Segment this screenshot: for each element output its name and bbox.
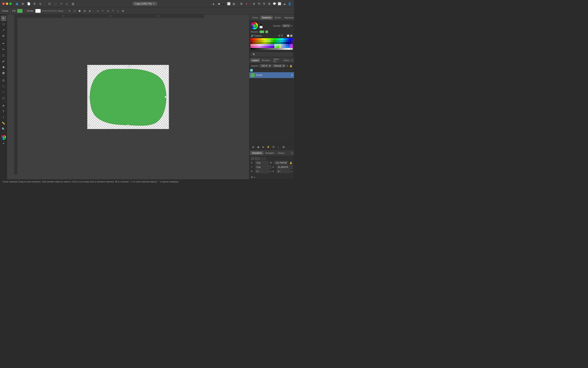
- grid3-icon[interactable]: ⊞: [83, 9, 87, 13]
- h-value[interactable]: 91,661876: [277, 165, 293, 169]
- tab-stroke[interactable]: Stroke: [273, 16, 283, 19]
- gray-swatch-sm[interactable]: [290, 35, 293, 37]
- layer-adjust-icon[interactable]: ⚡: [266, 145, 270, 149]
- black-swatch-sm[interactable]: [284, 35, 286, 37]
- snap-icon[interactable]: ⊕: [252, 1, 256, 6]
- move-icon[interactable]: ✛: [67, 9, 71, 13]
- tab-history[interactable]: History: [276, 151, 286, 155]
- settings-icon[interactable]: ⚙: [32, 1, 37, 6]
- tab-appearance[interactable]: Appearance: [283, 16, 294, 19]
- r-value[interactable]: 0 °: [255, 170, 269, 173]
- list-view-btn[interactable]: ☰: [281, 34, 283, 37]
- layer-fx-icon[interactable]: ★: [261, 145, 265, 149]
- eyedropper-bottom-tool[interactable]: ⊕: [1, 140, 6, 146]
- handle-bc[interactable]: [127, 124, 129, 126]
- tab-brushes[interactable]: Brushes: [260, 59, 271, 62]
- opacity-value[interactable]: 100 %: [282, 24, 291, 27]
- grid-view-btn[interactable]: ⊞: [278, 34, 280, 37]
- align-middle-icon[interactable]: ⊥: [116, 9, 120, 13]
- tab-swatches[interactable]: Swatches: [260, 16, 273, 19]
- recent-swatch2[interactable]: [265, 30, 268, 33]
- expand-icon[interactable]: ▾: [254, 176, 255, 178]
- transform-tool[interactable]: ↗: [1, 27, 6, 33]
- tab-navigator[interactable]: Navigator: [264, 151, 276, 155]
- layer-copy-icon[interactable]: ⧉: [271, 145, 276, 149]
- control-point-top2[interactable]: [129, 66, 130, 67]
- handle-br[interactable]: [165, 124, 166, 126]
- select-tool[interactable]: ↖: [1, 16, 6, 21]
- import-icon[interactable]: ↙: [65, 1, 69, 6]
- export-icon[interactable]: ↗: [59, 1, 63, 6]
- layer-mask-icon[interactable]: ◉: [256, 145, 260, 149]
- handle-tl[interactable]: [88, 66, 90, 68]
- doc-icon[interactable]: 📄: [27, 1, 31, 6]
- layers-lock-icon[interactable]: 🔒: [289, 64, 293, 67]
- copy-icon[interactable]: ⧉: [257, 1, 261, 6]
- align-left-icon[interactable]: ⫤: [96, 9, 100, 13]
- align-top-icon[interactable]: ⊤: [111, 9, 115, 13]
- align-center-icon[interactable]: ⫧: [101, 9, 105, 13]
- close-button[interactable]: [2, 2, 5, 5]
- target-icon[interactable]: ◎: [38, 1, 43, 6]
- s-value[interactable]: 0 °: [277, 170, 291, 173]
- tab-quickfx[interactable]: Quick FX: [272, 57, 281, 63]
- layers-gear-icon[interactable]: ⚙: [286, 64, 289, 67]
- select-icon[interactable]: ⬚: [53, 1, 58, 6]
- close-doc-icon[interactable]: ✕: [153, 2, 155, 5]
- user-icon[interactable]: 👤: [287, 1, 292, 6]
- anchor-icon[interactable]: ⊞: [251, 176, 253, 179]
- eraser-tool[interactable]: ◻: [1, 53, 6, 58]
- select-all-icon[interactable]: ⊡: [47, 1, 52, 6]
- tab-styles[interactable]: Styles: [282, 59, 291, 62]
- handle-mr[interactable]: [165, 96, 166, 98]
- fill-tool[interactable]: ◉: [1, 64, 6, 70]
- search-input[interactable]: [251, 53, 293, 56]
- distribute-icon[interactable]: ⊞: [121, 9, 125, 13]
- tab-transform[interactable]: Transform: [250, 151, 263, 155]
- layer-delete-icon[interactable]: 🗑: [281, 145, 286, 149]
- black-swatch[interactable]: [259, 23, 263, 26]
- layout-icon[interactable]: ▤: [232, 1, 236, 6]
- s-chevron[interactable]: ▾: [292, 170, 293, 173]
- cloud-icon[interactable]: ☁: [282, 1, 287, 6]
- node-icon[interactable]: ◈: [88, 9, 92, 13]
- scale-icon[interactable]: ⬢: [78, 9, 81, 13]
- layer-move-down-icon[interactable]: ↓: [276, 145, 281, 149]
- constrain-box1[interactable]: [251, 157, 254, 160]
- mask-icon[interactable]: ●: [244, 1, 249, 6]
- lock-icon[interactable]: 🔒: [289, 161, 293, 164]
- color-wheel[interactable]: [251, 22, 258, 29]
- phone-icon[interactable]: 📱: [222, 1, 226, 6]
- affinity-icon[interactable]: [15, 1, 19, 6]
- transform-menu-icon[interactable]: ≡: [291, 151, 293, 155]
- w-value[interactable]: 122,780108: [274, 161, 288, 165]
- minimize-button[interactable]: [6, 2, 8, 5]
- white-swatch[interactable]: [259, 26, 263, 28]
- transform2-icon[interactable]: ⊞: [267, 1, 271, 6]
- node-tool[interactable]: ⬡: [1, 21, 6, 27]
- stroke-swatch[interactable]: [35, 9, 41, 13]
- ruler-tool[interactable]: 📏: [1, 120, 6, 126]
- handle-tc[interactable]: [127, 66, 129, 68]
- grid-icon[interactable]: ⊞: [21, 1, 25, 6]
- text-tool[interactable]: T: [1, 109, 6, 114]
- y-value[interactable]: 0 px: [255, 165, 271, 169]
- share-icon[interactable]: 💬: [272, 1, 276, 6]
- layer-item-curve[interactable]: Curve: [249, 72, 294, 78]
- back-icon[interactable]: ◀: [216, 1, 221, 6]
- r-chevron[interactable]: ▾: [270, 170, 271, 173]
- layers-opacity-select[interactable]: 100 %: [259, 64, 272, 67]
- tab-colour[interactable]: Colour: [250, 16, 260, 19]
- crop-tool[interactable]: ⊡: [1, 78, 6, 83]
- control-point-top[interactable]: [127, 64, 128, 65]
- ellipse-tool[interactable]: ○: [1, 89, 6, 95]
- layer-add-group-icon[interactable]: ⊞: [251, 145, 255, 149]
- pen-tool[interactable]: ✒: [1, 41, 6, 46]
- group-icon[interactable]: ⊞: [239, 1, 243, 6]
- gear-tool[interactable]: ⚙: [1, 33, 6, 39]
- arrange-icon[interactable]: ▥: [71, 1, 75, 6]
- layers-menu-icon[interactable]: ≡: [291, 59, 293, 62]
- blend-mode-select[interactable]: Normal: [272, 64, 285, 67]
- rect-tool[interactable]: □: [1, 83, 6, 89]
- recent-swatch[interactable]: [259, 30, 264, 33]
